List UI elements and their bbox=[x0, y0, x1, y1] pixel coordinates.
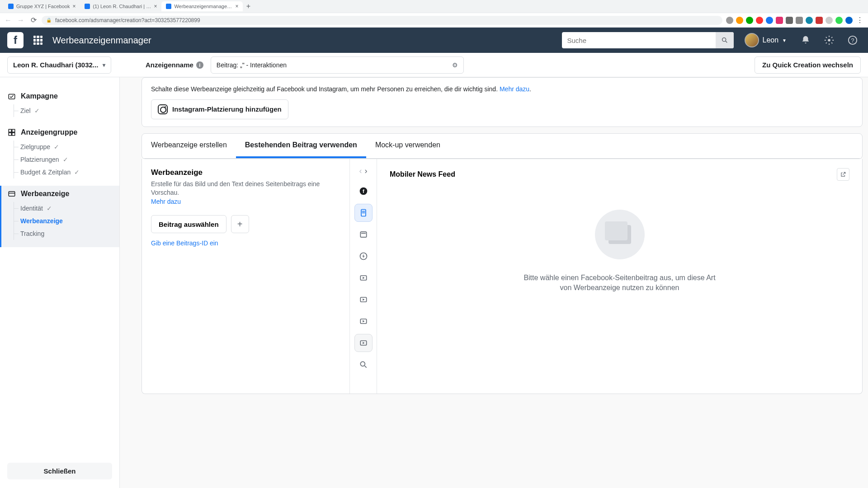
facebook-icon: f bbox=[359, 187, 368, 196]
creative-desc: Erstelle für das Bild und den Text deine… bbox=[151, 180, 340, 206]
rail-video-4[interactable] bbox=[354, 334, 373, 352]
extension-icon[interactable] bbox=[796, 17, 803, 24]
extension-icon[interactable] bbox=[786, 17, 793, 24]
rail-search[interactable] bbox=[354, 356, 373, 374]
info-icon[interactable]: i bbox=[196, 61, 203, 69]
extension-icon[interactable] bbox=[776, 17, 783, 24]
section-header[interactable]: Werbeanzeige bbox=[7, 189, 112, 198]
new-tab-button[interactable]: + bbox=[243, 1, 254, 12]
enter-post-id-link[interactable]: Gib eine Beitrags-ID ein bbox=[151, 239, 340, 247]
rail-mobile-feed[interactable] bbox=[354, 204, 373, 222]
rail-video-2[interactable] bbox=[354, 291, 373, 309]
sidebar-item-identitaet[interactable]: Identität✓ bbox=[14, 202, 112, 215]
svg-rect-7 bbox=[12, 129, 15, 132]
url-text: facebook.com/adsmanager/creation?act=303… bbox=[55, 17, 200, 23]
extension-icon[interactable] bbox=[845, 17, 853, 24]
video-icon bbox=[359, 338, 368, 347]
svg-line-1 bbox=[726, 41, 727, 42]
browser-tab[interactable]: Gruppe XYZ | Facebook × bbox=[4, 1, 80, 11]
url-bar[interactable]: 🔒 facebook.com/adsmanager/creation?act=3… bbox=[42, 16, 722, 25]
rail-video-3[interactable] bbox=[354, 312, 373, 330]
check-icon: ✓ bbox=[34, 107, 40, 114]
learn-more-link[interactable]: Mehr dazu bbox=[151, 198, 181, 205]
rail-desktop-feed[interactable] bbox=[354, 225, 373, 244]
apps-grid-icon[interactable] bbox=[31, 33, 45, 47]
search-input[interactable] bbox=[562, 37, 716, 44]
app-header: f Werbeanzeigenmanager Leon ▼ ? bbox=[0, 28, 868, 53]
back-button[interactable]: ← bbox=[4, 16, 13, 25]
tab-existing-post[interactable]: Bestehenden Beitrag verwenden bbox=[236, 134, 366, 158]
extension-icon[interactable] bbox=[746, 17, 753, 24]
grid-icon bbox=[7, 128, 16, 137]
add-instagram-button[interactable]: Instagram-Platzierung hinzufügen bbox=[151, 99, 288, 119]
tab-mockup[interactable]: Mock-up verwenden bbox=[366, 134, 449, 158]
search-icon bbox=[359, 360, 368, 369]
extension-icon[interactable] bbox=[766, 17, 773, 24]
desktop-feed-icon bbox=[359, 230, 368, 239]
svg-text:?: ? bbox=[851, 37, 854, 44]
search-button[interactable] bbox=[716, 32, 734, 48]
sidebar-item-werbeanzeige[interactable]: Werbeanzeige bbox=[14, 215, 112, 227]
browser-chrome: Gruppe XYZ | Facebook × (1) Leon R. Chau… bbox=[0, 0, 868, 28]
creative-tabs: Werbeanzeige erstellen Bestehenden Beitr… bbox=[142, 133, 863, 159]
favicon-icon bbox=[85, 4, 90, 9]
question-icon: ? bbox=[848, 35, 858, 45]
learn-more-link[interactable]: Mehr dazu bbox=[500, 85, 529, 93]
sidebar-item-ziel[interactable]: Ziel ✓ bbox=[14, 104, 112, 117]
svg-point-0 bbox=[722, 38, 726, 42]
notifications-button[interactable] bbox=[797, 32, 814, 48]
browser-tab[interactable]: Werbeanzeigenmanager - Cre × bbox=[161, 1, 243, 11]
preview-placeholder: Bitte wähle einen Facebook-Seitenbeitrag… bbox=[390, 192, 849, 293]
sidebar-item-zielgruppe[interactable]: Zielgruppe✓ bbox=[14, 141, 112, 153]
creative-content: Werbeanzeige Erstelle für das Bild und d… bbox=[142, 159, 863, 394]
extension-icon[interactable] bbox=[816, 17, 823, 24]
select-post-button[interactable]: Beitrag auswählen bbox=[151, 215, 226, 233]
browser-menu-icon[interactable]: ⋮ bbox=[855, 16, 864, 25]
account-selector[interactable]: Leon R. Chaudhari (3032... ▾ bbox=[7, 56, 111, 74]
chevron-down-icon: ▾ bbox=[103, 62, 105, 68]
tab-close-icon[interactable]: × bbox=[154, 3, 157, 9]
chevron-left-icon[interactable]: ‹ bbox=[359, 166, 362, 176]
video-icon bbox=[359, 273, 368, 282]
section-header[interactable]: Kampagne bbox=[7, 92, 112, 101]
gear-icon[interactable]: ⚙ bbox=[452, 61, 458, 69]
video-icon bbox=[359, 295, 368, 304]
close-button[interactable]: Schließen bbox=[7, 463, 112, 479]
tab-close-icon[interactable]: × bbox=[235, 3, 238, 9]
sidebar-item-platzierungen[interactable]: Platzierungen✓ bbox=[14, 153, 112, 166]
video-icon bbox=[359, 317, 368, 326]
search-icon bbox=[721, 37, 728, 44]
tab-label: Werbeanzeigenmanager - Cre bbox=[174, 4, 232, 9]
sidebar-item-budget[interactable]: Budget & Zeitplan✓ bbox=[14, 166, 112, 178]
rail-facebook[interactable]: f bbox=[354, 182, 373, 200]
instagram-icon bbox=[158, 104, 168, 114]
extension-icon[interactable] bbox=[736, 17, 743, 24]
svg-rect-8 bbox=[9, 133, 11, 136]
forward-button[interactable]: → bbox=[16, 16, 25, 25]
tree: Identität✓ Werbeanzeige Tracking bbox=[14, 202, 112, 240]
tab-close-icon[interactable]: × bbox=[72, 3, 75, 9]
open-external-button[interactable] bbox=[837, 168, 849, 181]
rail-instant-article[interactable] bbox=[354, 247, 373, 265]
create-post-button[interactable]: + bbox=[231, 215, 249, 233]
ad-name-input[interactable]: Beitrag: „" - Interaktionen ⚙ bbox=[211, 56, 464, 74]
caret-down-icon: ▼ bbox=[782, 38, 787, 43]
extension-icon[interactable] bbox=[806, 17, 813, 24]
extension-icon[interactable] bbox=[826, 17, 833, 24]
chevron-right-icon[interactable]: › bbox=[365, 166, 368, 176]
rail-video-1[interactable] bbox=[354, 269, 373, 287]
help-button[interactable]: ? bbox=[844, 32, 861, 48]
extension-icon[interactable] bbox=[835, 17, 843, 24]
facebook-logo-icon[interactable]: f bbox=[7, 32, 24, 48]
check-icon: ✓ bbox=[63, 156, 68, 163]
section-header[interactable]: Anzeigengruppe bbox=[7, 128, 112, 137]
user-menu[interactable]: Leon ▼ bbox=[741, 31, 791, 49]
extension-icon[interactable] bbox=[756, 17, 763, 24]
tab-create-ad[interactable]: Werbeanzeige erstellen bbox=[142, 134, 236, 158]
quick-creation-button[interactable]: Zu Quick Creation wechseln bbox=[755, 56, 861, 74]
settings-button[interactable] bbox=[821, 32, 837, 48]
reload-button[interactable]: ⟳ bbox=[29, 16, 38, 25]
browser-tab[interactable]: (1) Leon R. Chaudhari | Faceb × bbox=[80, 1, 161, 11]
extension-icon[interactable] bbox=[726, 17, 733, 24]
sidebar-item-tracking[interactable]: Tracking bbox=[14, 227, 112, 240]
